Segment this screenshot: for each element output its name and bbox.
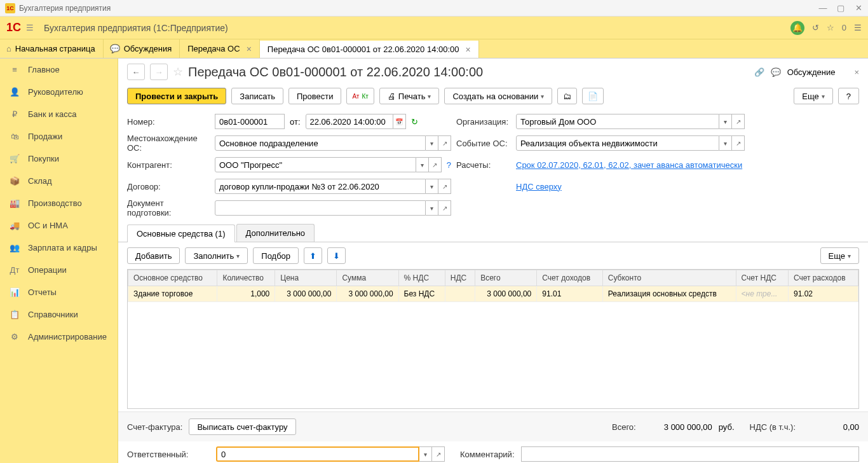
sidebar-item-main[interactable]: ≡Главное [0, 59, 118, 81]
number-input[interactable] [215, 114, 285, 129]
cell-vat[interactable] [445, 286, 475, 302]
dropdown-icon[interactable]: ▾ [719, 135, 732, 151]
bell-icon[interactable]: 🔔 [790, 21, 804, 35]
cell-asset[interactable]: Здание торговое [128, 286, 217, 302]
calendar-icon[interactable]: 📅 [393, 114, 406, 129]
cell-subconto[interactable]: Реализация основных средств [602, 286, 736, 302]
tab-close-icon[interactable]: × [247, 44, 252, 54]
sidebar-item-manager[interactable]: 👤Руководителю [0, 81, 118, 103]
help-icon[interactable]: ? [447, 160, 451, 170]
sidebar-item-admin[interactable]: ⚙Администрирование [0, 326, 118, 348]
contract-input[interactable] [215, 179, 426, 194]
tab-transfer-os[interactable]: Передача ОС × [180, 39, 260, 58]
sidebar-item-salary[interactable]: 👥Зарплата и кадры [0, 237, 118, 259]
menu-icon[interactable]: ☰ [26, 23, 34, 32]
vat-link[interactable]: НДС сверху [516, 182, 562, 191]
move-down-button[interactable]: ⬇ [327, 247, 346, 264]
star-header-icon[interactable]: ☆ [827, 23, 834, 32]
close-window-button[interactable]: ✕ [854, 4, 863, 13]
cell-sum[interactable]: 3 000 000,00 [337, 286, 398, 302]
open-icon[interactable]: ↗ [732, 114, 745, 129]
cell-vat-pct[interactable]: Без НДС [398, 286, 445, 302]
col-expense-acc[interactable]: Счет расходов [788, 270, 858, 286]
link-icon[interactable]: 🔗 [754, 67, 764, 77]
sidebar-item-catalogs[interactable]: 📋Справочники [0, 303, 118, 326]
col-total[interactable]: Всего [475, 270, 537, 286]
save-button[interactable]: Записать [231, 88, 283, 104]
cell-expense-acc[interactable]: 91.02 [788, 286, 858, 302]
dropdown-icon[interactable]: ▾ [426, 179, 438, 194]
comment-input[interactable] [521, 446, 860, 462]
dropdown-icon[interactable]: ▾ [426, 200, 438, 216]
col-sum[interactable]: Сумма [337, 270, 398, 286]
discuss-label[interactable]: Обсуждение [787, 67, 836, 77]
dropdown-icon[interactable]: ▾ [719, 114, 732, 129]
create-based-button[interactable]: Создать на основании [444, 88, 552, 104]
open-icon[interactable]: ↗ [438, 200, 451, 216]
cell-qty[interactable]: 1,000 [217, 286, 275, 302]
cell-income-acc[interactable]: 91.01 [537, 286, 603, 302]
col-vat[interactable]: НДС [445, 270, 475, 286]
select-button[interactable]: Подбор [253, 247, 299, 264]
responsible-input[interactable] [216, 446, 419, 462]
open-icon[interactable]: ↗ [438, 179, 451, 194]
tab-home[interactable]: ⌂ Начальная страница [0, 39, 104, 58]
sidebar-item-assets[interactable]: 🚚ОС и НМА [0, 214, 118, 237]
add-button[interactable]: Добавить [127, 247, 180, 264]
open-icon[interactable]: ↗ [732, 135, 745, 151]
print-button[interactable]: 🖨 Печать [379, 88, 440, 104]
post-button[interactable]: Провести [288, 88, 342, 104]
sidebar-item-purchases[interactable]: 🛒Покупки [0, 148, 118, 170]
dropdown-icon[interactable]: ▾ [416, 157, 429, 172]
open-icon[interactable]: ↗ [438, 135, 451, 151]
org-input[interactable] [516, 114, 719, 129]
tab-close-icon[interactable]: × [466, 45, 471, 55]
nav-back-button[interactable]: ← [127, 64, 145, 80]
history-icon[interactable]: ↺ [812, 23, 819, 32]
sidebar-item-sales[interactable]: 🛍Продажи [0, 125, 118, 148]
table-row[interactable]: Здание торговое 1,000 3 000 000,00 3 000… [128, 286, 858, 302]
location-input[interactable] [215, 135, 426, 151]
col-price[interactable]: Цена [275, 270, 337, 286]
col-asset[interactable]: Основное средство [128, 270, 217, 286]
move-up-button[interactable]: ⬆ [304, 247, 322, 264]
col-vat-pct[interactable]: % НДС [398, 270, 445, 286]
dtkt-button[interactable]: АтКт [346, 88, 374, 104]
sidebar-item-bank[interactable]: ₽Банк и касса [0, 103, 118, 125]
counterparty-input[interactable] [215, 157, 416, 172]
minimize-button[interactable]: — [818, 4, 827, 13]
tab-transfer-os-doc[interactable]: Передача ОС 0в01-000001 от 22.06.2020 14… [260, 39, 479, 58]
dropdown-icon[interactable]: ▾ [419, 446, 432, 462]
tab-discussions[interactable]: 💬 Обсуждения [104, 39, 180, 58]
cell-total[interactable]: 3 000 000,00 [475, 286, 537, 302]
post-and-close-button[interactable]: Провести и закрыть [127, 88, 226, 104]
col-subconto[interactable]: Субконто [602, 270, 736, 286]
event-input[interactable] [516, 135, 719, 151]
col-income-acc[interactable]: Счет доходов [537, 270, 603, 286]
open-icon[interactable]: ↗ [432, 446, 445, 462]
files-button[interactable]: 📄 [582, 88, 604, 104]
header-menu-icon[interactable]: ☰ [854, 23, 862, 32]
sidebar-item-operations[interactable]: ДтОперации [0, 259, 118, 281]
more-button[interactable]: Еще [794, 88, 832, 104]
sidebar-item-warehouse[interactable]: 📦Склад [0, 170, 118, 192]
cell-vat-acc[interactable]: <не тре... [736, 286, 788, 302]
prep-input[interactable] [215, 200, 426, 216]
subtab-fixed-assets[interactable]: Основные средства (1) [127, 225, 235, 242]
table-more-button[interactable]: Еще [820, 247, 859, 264]
open-icon[interactable]: ↗ [429, 157, 442, 172]
refresh-icon[interactable]: ↻ [411, 117, 418, 127]
dropdown-icon[interactable]: ▾ [426, 135, 438, 151]
favorite-star-icon[interactable]: ☆ [173, 65, 183, 79]
sidebar-item-production[interactable]: 🏭Производство [0, 192, 118, 214]
date-input[interactable] [306, 114, 393, 129]
fill-button[interactable]: Заполнить [185, 247, 248, 264]
cell-price[interactable]: 3 000 000,00 [275, 286, 337, 302]
issue-invoice-button[interactable]: Выписать счет-фактуру [189, 418, 295, 435]
structure-button[interactable]: 🗂 [557, 88, 577, 104]
col-vat-acc[interactable]: Счет НДС [736, 270, 788, 286]
help-button[interactable]: ? [838, 88, 859, 104]
subtab-additional[interactable]: Дополнительно [236, 224, 315, 242]
maximize-button[interactable]: ▢ [836, 4, 845, 13]
sidebar-item-reports[interactable]: 📊Отчеты [0, 281, 118, 303]
